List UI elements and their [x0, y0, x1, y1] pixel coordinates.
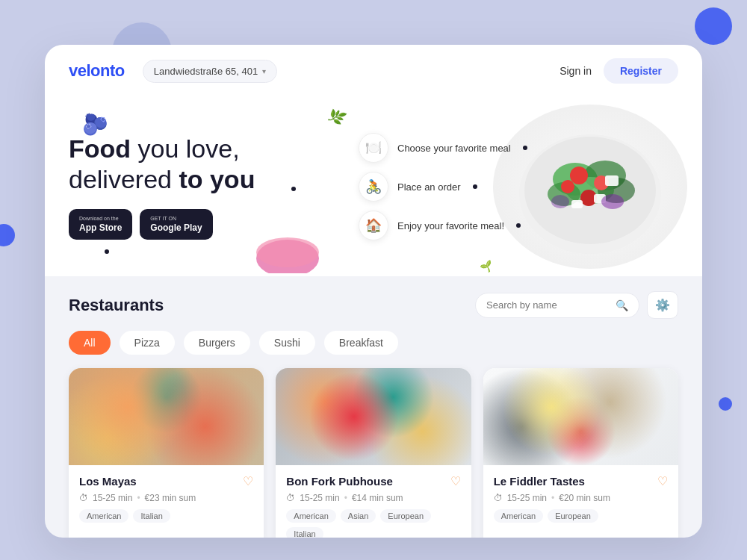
app-store-name: App Store	[79, 223, 122, 234]
app-logo: velonto	[69, 61, 125, 81]
clock-icon-3: ⏱	[494, 493, 503, 503]
card-1-tags: American Italian	[79, 509, 253, 523]
restaurant-cards: Los Mayas ♡ ⏱ 15-25 min • €23 min sum Am…	[69, 368, 678, 538]
hero-title-bold: Food	[69, 134, 131, 163]
card-3-image	[483, 368, 678, 465]
category-sushi-button[interactable]: Sushi	[259, 331, 315, 355]
card-1-body: Los Mayas ♡ ⏱ 15-25 min • €23 min sum Am…	[69, 465, 264, 532]
bg-decoration-3	[0, 224, 15, 246]
hero-section: 🫐 🌿 🌱 Food you love, delivered to you Do…	[45, 97, 702, 276]
restaurants-section: Restaurants 🔍 ⚙️ All Pizza Burgers Sushi…	[45, 276, 702, 538]
svg-point-15	[551, 195, 569, 208]
step-1-dot	[523, 146, 527, 150]
step-1-icon: 🍽️	[359, 133, 388, 163]
card-3-meta: ⏱ 15-25 min • €20 min sum	[494, 493, 668, 503]
card-3-minsum: €20 min sum	[559, 493, 610, 503]
bg-decoration-4	[719, 397, 732, 411]
svg-rect-11	[605, 175, 619, 186]
clock-icon-1: ⏱	[79, 493, 88, 503]
svg-point-7	[570, 167, 588, 184]
step-2-label: Place an order	[397, 181, 461, 193]
card-1-title-row: Los Mayas ♡	[79, 474, 253, 488]
tag-european-2: European	[380, 509, 431, 523]
filter-button[interactable]: ⚙️	[647, 291, 678, 319]
hero-title-light1: you love,	[131, 134, 240, 163]
chevron-down-icon: ▾	[262, 67, 266, 75]
hero-content: Food you love, delivered to you Download…	[69, 134, 338, 240]
restaurants-header: Restaurants 🔍 ⚙️	[69, 291, 678, 319]
hero-title-bold2: to you	[179, 165, 255, 193]
hero-buttons: Download on the App Store GET IT ON Goog…	[69, 209, 338, 240]
google-play-label: GET IT ON	[150, 215, 176, 222]
card-2-title-row: Bon Fork Pubhouse ♡	[286, 474, 460, 488]
card-1-title: Los Mayas	[79, 475, 137, 488]
restaurant-card-3: Le Fiddler Tastes ♡ ⏱ 15-25 min • €20 mi…	[483, 368, 678, 538]
card-1-image	[69, 368, 264, 465]
tag-american-2: American	[286, 509, 335, 523]
card-3-heart-button[interactable]: ♡	[657, 474, 668, 488]
filter-icon: ⚙️	[655, 299, 670, 311]
bullet-3: •	[551, 493, 554, 503]
location-text: Landwiedstraße 65, 401	[154, 66, 258, 77]
search-input[interactable]	[486, 299, 610, 311]
leaf-decoration-2: 🌱	[479, 259, 495, 275]
salad-svg	[508, 105, 672, 269]
app-store-label: Download on the	[79, 215, 119, 222]
tag-italian-1: Italian	[133, 509, 170, 523]
card-1-time: 15-25 min	[93, 493, 132, 503]
main-card: velonto Landwiedstraße 65, 401 ▾ Sign in…	[45, 45, 702, 538]
step-3: 🏠 Enjoy your favorite meal!	[359, 211, 527, 240]
svg-point-10	[561, 180, 574, 193]
step-3-label: Enjoy your favorite meal!	[397, 220, 504, 231]
search-filter-area: 🔍 ⚙️	[475, 291, 678, 319]
card-2-title: Bon Fork Pubhouse	[286, 475, 393, 488]
header-actions: Sign in Register	[560, 58, 678, 84]
location-selector[interactable]: Landwiedstraße 65, 401 ▾	[143, 60, 277, 83]
dot-decoration-2	[105, 249, 109, 254]
search-icon: 🔍	[616, 299, 628, 311]
tag-asian-2: Asian	[341, 509, 376, 523]
clock-icon-2: ⏱	[286, 493, 295, 503]
svg-point-14	[601, 194, 624, 209]
tag-american-1: American	[79, 509, 128, 523]
svg-point-17	[256, 237, 319, 267]
sign-in-button[interactable]: Sign in	[560, 65, 592, 77]
step-1: 🍽️ Choose your favorite meal	[359, 133, 527, 163]
card-2-heart-button[interactable]: ♡	[450, 474, 461, 488]
step-3-icon: 🏠	[359, 211, 388, 240]
card-1-meta: ⏱ 15-25 min • €23 min sum	[79, 493, 253, 503]
tag-italian-2: Italian	[286, 527, 323, 538]
step-2-dot	[473, 184, 477, 189]
card-1-minsum: €23 min sum	[145, 493, 196, 503]
hero-steps: 🍽️ Choose your favorite meal 🚴 Place an …	[359, 133, 527, 240]
register-button[interactable]: Register	[604, 58, 678, 84]
card-1-heart-button[interactable]: ♡	[243, 474, 253, 488]
google-play-name: Google Play	[150, 223, 202, 234]
card-3-title-row: Le Fiddler Tastes ♡	[494, 474, 668, 488]
google-play-button[interactable]: GET IT ON Google Play	[140, 209, 212, 240]
category-filters: All Pizza Burgers Sushi Breakfast	[69, 331, 678, 355]
hero-title-light2: delivered	[69, 165, 179, 193]
category-all-button[interactable]: All	[69, 331, 111, 355]
restaurant-card-2: Bon Fork Pubhouse ♡ ⏱ 15-25 min • €14 mi…	[276, 368, 471, 538]
category-burgers-button[interactable]: Burgers	[184, 331, 250, 355]
leaf-decoration-1: 🌿	[326, 105, 348, 128]
bg-decoration-2	[695, 7, 732, 45]
restaurant-card-1: Los Mayas ♡ ⏱ 15-25 min • €23 min sum Am…	[69, 368, 264, 538]
card-2-time: 15-25 min	[300, 493, 339, 503]
step-3-dot	[516, 223, 521, 228]
card-2-body: Bon Fork Pubhouse ♡ ⏱ 15-25 min • €14 mi…	[276, 465, 471, 538]
category-pizza-button[interactable]: Pizza	[120, 331, 175, 355]
card-2-image	[276, 368, 471, 465]
hero-title: Food you love, delivered to you	[69, 134, 338, 195]
bullet-1: •	[137, 493, 140, 503]
header: velonto Landwiedstraße 65, 401 ▾ Sign in…	[45, 45, 702, 97]
category-breakfast-button[interactable]: Breakfast	[324, 331, 398, 355]
card-3-body: Le Fiddler Tastes ♡ ⏱ 15-25 min • €20 mi…	[483, 465, 678, 532]
tag-european-3: European	[548, 509, 598, 523]
app-store-button[interactable]: Download on the App Store	[69, 209, 132, 240]
step-1-label: Choose your favorite meal	[397, 143, 511, 154]
step-2-icon: 🚴	[359, 172, 388, 202]
tag-american-3: American	[494, 509, 543, 523]
card-2-minsum: €14 min sum	[352, 493, 403, 503]
